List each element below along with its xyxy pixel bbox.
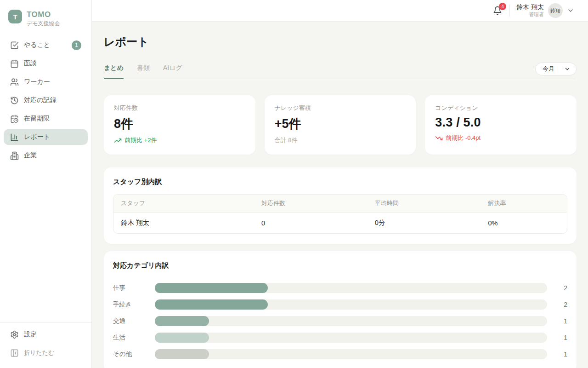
stat-value: +5件 [275, 115, 406, 132]
column-header-avg-time: 平均時間 [368, 195, 481, 213]
tab-summary[interactable]: まとめ [104, 60, 124, 79]
stat-card-condition: コンディション 3.3 / 5.0 前期比 -0.4pt [425, 95, 577, 155]
bar-row-other: その他 1 [113, 346, 567, 362]
stat-value: 8件 [114, 115, 245, 132]
bar-fill [155, 283, 268, 293]
cell-avg-time: 0分 [368, 213, 481, 234]
check-square-icon [10, 41, 19, 50]
bar-chart-icon [10, 133, 19, 142]
stat-label: 対応件数 [114, 104, 245, 112]
user-role: 管理者 [516, 12, 544, 18]
gear-icon [10, 330, 19, 339]
panel-collapse-icon [10, 349, 19, 357]
user-menu[interactable]: 鈴木 翔太 管理者 鈴翔 [516, 3, 574, 18]
sidebar-item-label: やること [24, 41, 50, 49]
sidebar-item-support-records[interactable]: 対応の記録 [4, 92, 88, 108]
category-breakdown-heading: 対応カテゴリ内訳 [113, 261, 567, 270]
history-icon [10, 96, 19, 105]
sidebar-item-workers[interactable]: ワーカー [4, 74, 88, 90]
staff-table: スタッフ 対応件数 平均時間 解決率 鈴木 翔太 0 0分 0% [113, 194, 567, 234]
topbar-divider [509, 5, 510, 17]
brand: T TOMO デモ支援協会 [0, 0, 91, 34]
cell-support-count: 0 [254, 213, 368, 234]
stat-delta: 前期比 +2件 [114, 136, 245, 144]
tab-documents[interactable]: 書類 [137, 60, 150, 79]
bar-fill [155, 299, 268, 310]
sidebar-nav: やること 1 面談 ワーカー 対応の記録 [0, 34, 91, 166]
page-title: レポート [104, 34, 577, 49]
avatar-text: 鈴翔 [550, 7, 560, 14]
sidebar-item-label: 折りたたむ [24, 349, 54, 357]
column-header-support-count: 対応件数 [254, 195, 368, 213]
stat-delta: 前期比 -0.4pt [435, 134, 566, 142]
building-icon [10, 151, 19, 160]
period-filter-select[interactable]: 今月 [535, 63, 577, 75]
sidebar-item-settings[interactable]: 設定 [4, 327, 88, 342]
tabs-bar: まとめ 書類 AIログ 今月 [104, 60, 577, 79]
stat-label: ナレッジ蓄積 [275, 104, 406, 112]
tab-ailog[interactable]: AIログ [163, 60, 182, 79]
todo-count-badge: 1 [72, 40, 81, 50]
stat-cards: 対応件数 8件 前期比 +2件 ナレッジ蓄積 +5件 合計 8件 [104, 95, 577, 155]
staff-breakdown-heading: スタッフ別内訳 [113, 178, 567, 186]
table-row: 鈴木 翔太 0 0分 0% [113, 213, 567, 234]
brand-initial: T [13, 13, 17, 21]
topbar: 4 鈴木 翔太 管理者 鈴翔 [92, 0, 588, 22]
trending-up-icon [114, 137, 122, 144]
notification-bell-button[interactable]: 4 [492, 5, 503, 16]
column-header-resolution-rate: 解決率 [481, 195, 567, 213]
sidebar-item-reports[interactable]: レポート [4, 129, 88, 145]
trending-down-icon [435, 134, 443, 142]
users-icon [10, 78, 19, 86]
sidebar-item-todo[interactable]: やること 1 [4, 37, 88, 53]
sidebar-item-residence-deadline[interactable]: 在留期限 [4, 111, 88, 126]
calendar-clock-icon [10, 115, 19, 123]
bar-fill [155, 333, 209, 343]
bar-row-transport: 交通 1 [113, 313, 567, 329]
category-breakdown-card: 対応カテゴリ内訳 仕事 2 手続き 2 交通 1 [104, 251, 577, 368]
sidebar-item-label: 在留期限 [24, 115, 50, 123]
sidebar-item-label: 企業 [24, 151, 37, 160]
calendar-icon [10, 59, 19, 68]
period-filter-value: 今月 [543, 65, 554, 73]
category-bar-chart: 仕事 2 手続き 2 交通 1 生活 [113, 280, 567, 362]
app-root: T TOMO デモ支援協会 やること 1 面談 [0, 0, 588, 368]
chevron-down-icon [567, 7, 574, 14]
sidebar-item-label: 設定 [24, 330, 37, 339]
sidebar-collapse-button[interactable]: 折りたたむ [4, 345, 88, 361]
table-header-row: スタッフ 対応件数 平均時間 解決率 [113, 195, 567, 213]
stat-value: 3.3 / 5.0 [435, 115, 566, 130]
bar-fill [155, 316, 209, 326]
notification-count-badge: 4 [499, 3, 506, 10]
chevron-down-icon [564, 66, 571, 72]
stat-delta: 合計 8件 [275, 136, 406, 144]
brand-name: TOMO [27, 10, 60, 19]
brand-logo: T [8, 10, 22, 23]
sidebar-item-companies[interactable]: 企業 [4, 148, 88, 163]
sidebar-item-label: 対応の記録 [24, 96, 56, 104]
report-page: レポート まとめ 書類 AIログ 今月 対応件数 8件 [92, 22, 588, 368]
cell-resolution-rate: 0% [481, 213, 567, 234]
cell-staff-name: 鈴木 翔太 [113, 213, 254, 234]
bar-row-work: 仕事 2 [113, 280, 567, 296]
sidebar-item-label: レポート [24, 133, 50, 141]
stat-label: コンディション [435, 104, 566, 112]
main-column: 4 鈴木 翔太 管理者 鈴翔 レポート まとめ 書類 A [92, 0, 588, 368]
stat-card-support-count: 対応件数 8件 前期比 +2件 [104, 95, 255, 155]
sidebar-item-interviews[interactable]: 面談 [4, 56, 88, 71]
sidebar-item-label: 面談 [24, 59, 37, 68]
avatar: 鈴翔 [548, 3, 563, 18]
stat-card-knowledge: ナレッジ蓄積 +5件 合計 8件 [265, 95, 416, 155]
column-header-staff: スタッフ [113, 195, 254, 213]
sidebar: T TOMO デモ支援協会 やること 1 面談 [0, 0, 92, 368]
sidebar-item-label: ワーカー [24, 78, 50, 86]
user-name: 鈴木 翔太 [516, 3, 544, 12]
staff-breakdown-card: スタッフ別内訳 スタッフ 対応件数 平均時間 解決率 [104, 167, 577, 244]
bar-fill [155, 349, 209, 359]
bar-row-procedures: 手続き 2 [113, 296, 567, 313]
sidebar-footer: 設定 折りたたむ [0, 322, 91, 368]
bar-row-daily-life: 生活 1 [113, 329, 567, 346]
brand-org: デモ支援協会 [27, 20, 60, 27]
